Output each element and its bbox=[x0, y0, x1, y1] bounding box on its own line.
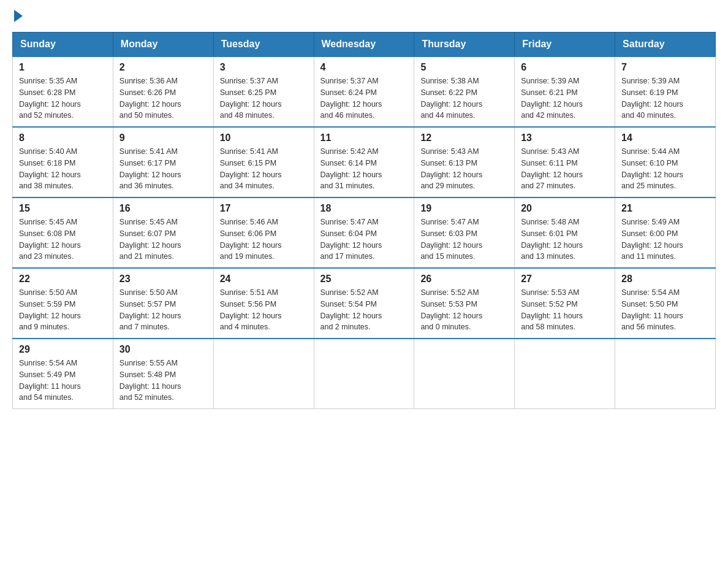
calendar-cell: 26 Sunrise: 5:52 AMSunset: 5:53 PMDaylig… bbox=[414, 268, 515, 339]
calendar-cell: 2 Sunrise: 5:36 AMSunset: 6:26 PMDayligh… bbox=[113, 56, 213, 127]
weekday-header-row: SundayMondayTuesdayWednesdayThursdayFrid… bbox=[13, 33, 716, 57]
day-info: Sunrise: 5:50 AMSunset: 5:57 PMDaylight:… bbox=[119, 287, 207, 333]
day-number: 12 bbox=[420, 132, 508, 144]
calendar-cell bbox=[314, 339, 414, 409]
calendar-cell: 27 Sunrise: 5:53 AMSunset: 5:52 PMDaylig… bbox=[515, 268, 615, 339]
weekday-header-friday: Friday bbox=[515, 33, 615, 57]
day-number: 25 bbox=[320, 274, 408, 285]
calendar-cell: 25 Sunrise: 5:52 AMSunset: 5:54 PMDaylig… bbox=[314, 268, 414, 339]
day-number: 22 bbox=[19, 274, 107, 285]
calendar-cell: 5 Sunrise: 5:38 AMSunset: 6:22 PMDayligh… bbox=[414, 56, 515, 127]
day-info: Sunrise: 5:39 AMSunset: 6:19 PMDaylight:… bbox=[621, 75, 709, 121]
logo-triangle-icon bbox=[14, 10, 23, 22]
day-info: Sunrise: 5:38 AMSunset: 6:22 PMDaylight:… bbox=[420, 75, 508, 121]
calendar-cell bbox=[615, 339, 716, 409]
calendar-cell: 16 Sunrise: 5:45 AMSunset: 6:07 PMDaylig… bbox=[113, 197, 213, 268]
day-info: Sunrise: 5:45 AMSunset: 6:07 PMDaylight:… bbox=[119, 216, 207, 262]
calendar-cell: 7 Sunrise: 5:39 AMSunset: 6:19 PMDayligh… bbox=[615, 56, 716, 127]
calendar-cell: 19 Sunrise: 5:47 AMSunset: 6:03 PMDaylig… bbox=[414, 197, 515, 268]
day-info: Sunrise: 5:39 AMSunset: 6:21 PMDaylight:… bbox=[521, 75, 609, 121]
day-info: Sunrise: 5:47 AMSunset: 6:04 PMDaylight:… bbox=[320, 216, 408, 262]
day-info: Sunrise: 5:37 AMSunset: 6:25 PMDaylight:… bbox=[220, 75, 308, 121]
calendar-cell: 12 Sunrise: 5:43 AMSunset: 6:13 PMDaylig… bbox=[414, 127, 515, 197]
day-info: Sunrise: 5:51 AMSunset: 5:56 PMDaylight:… bbox=[220, 287, 308, 333]
weekday-header-thursday: Thursday bbox=[414, 33, 515, 57]
calendar-cell: 24 Sunrise: 5:51 AMSunset: 5:56 PMDaylig… bbox=[213, 268, 314, 339]
calendar-cell: 17 Sunrise: 5:46 AMSunset: 6:06 PMDaylig… bbox=[213, 197, 314, 268]
day-number: 10 bbox=[220, 132, 308, 144]
calendar-cell: 23 Sunrise: 5:50 AMSunset: 5:57 PMDaylig… bbox=[113, 268, 213, 339]
calendar-cell: 14 Sunrise: 5:44 AMSunset: 6:10 PMDaylig… bbox=[615, 127, 716, 197]
day-number: 27 bbox=[521, 274, 609, 285]
weekday-header-tuesday: Tuesday bbox=[213, 33, 314, 57]
calendar-cell: 28 Sunrise: 5:54 AMSunset: 5:50 PMDaylig… bbox=[615, 268, 716, 339]
day-info: Sunrise: 5:36 AMSunset: 6:26 PMDaylight:… bbox=[119, 75, 207, 121]
calendar-cell: 10 Sunrise: 5:41 AMSunset: 6:15 PMDaylig… bbox=[213, 127, 314, 197]
weekday-header-wednesday: Wednesday bbox=[314, 33, 414, 57]
day-info: Sunrise: 5:35 AMSunset: 6:28 PMDaylight:… bbox=[19, 75, 107, 121]
calendar-cell bbox=[414, 339, 515, 409]
day-number: 29 bbox=[19, 344, 107, 355]
day-number: 20 bbox=[521, 203, 609, 214]
day-number: 13 bbox=[521, 132, 609, 144]
day-number: 24 bbox=[220, 274, 308, 285]
calendar-cell bbox=[515, 339, 615, 409]
day-info: Sunrise: 5:37 AMSunset: 6:24 PMDaylight:… bbox=[320, 75, 408, 121]
day-number: 4 bbox=[320, 62, 408, 73]
calendar-cell: 29 Sunrise: 5:54 AMSunset: 5:49 PMDaylig… bbox=[13, 339, 113, 409]
day-number: 16 bbox=[119, 203, 207, 214]
day-info: Sunrise: 5:41 AMSunset: 6:17 PMDaylight:… bbox=[119, 146, 207, 192]
calendar-table: SundayMondayTuesdayWednesdayThursdayFrid… bbox=[12, 32, 716, 409]
weekday-header-saturday: Saturday bbox=[615, 33, 716, 57]
calendar-cell: 11 Sunrise: 5:42 AMSunset: 6:14 PMDaylig… bbox=[314, 127, 414, 197]
calendar-cell: 4 Sunrise: 5:37 AMSunset: 6:24 PMDayligh… bbox=[314, 56, 414, 127]
day-info: Sunrise: 5:45 AMSunset: 6:08 PMDaylight:… bbox=[19, 216, 107, 262]
weekday-header-monday: Monday bbox=[113, 33, 213, 57]
calendar-week-row: 1 Sunrise: 5:35 AMSunset: 6:28 PMDayligh… bbox=[13, 56, 716, 127]
logo bbox=[12, 12, 23, 20]
calendar-cell: 3 Sunrise: 5:37 AMSunset: 6:25 PMDayligh… bbox=[213, 56, 314, 127]
calendar-cell: 21 Sunrise: 5:49 AMSunset: 6:00 PMDaylig… bbox=[615, 197, 716, 268]
day-number: 18 bbox=[320, 203, 408, 214]
day-number: 15 bbox=[19, 203, 107, 214]
calendar-week-row: 8 Sunrise: 5:40 AMSunset: 6:18 PMDayligh… bbox=[13, 127, 716, 197]
day-number: 3 bbox=[220, 62, 308, 73]
calendar-cell: 1 Sunrise: 5:35 AMSunset: 6:28 PMDayligh… bbox=[13, 56, 113, 127]
day-info: Sunrise: 5:47 AMSunset: 6:03 PMDaylight:… bbox=[420, 216, 508, 262]
day-info: Sunrise: 5:41 AMSunset: 6:15 PMDaylight:… bbox=[220, 146, 308, 192]
calendar-cell bbox=[213, 339, 314, 409]
day-number: 8 bbox=[19, 132, 107, 144]
calendar-cell: 8 Sunrise: 5:40 AMSunset: 6:18 PMDayligh… bbox=[13, 127, 113, 197]
weekday-header-sunday: Sunday bbox=[13, 33, 113, 57]
day-number: 17 bbox=[220, 203, 308, 214]
calendar-week-row: 22 Sunrise: 5:50 AMSunset: 5:59 PMDaylig… bbox=[13, 268, 716, 339]
day-info: Sunrise: 5:54 AMSunset: 5:49 PMDaylight:… bbox=[19, 358, 107, 404]
day-info: Sunrise: 5:55 AMSunset: 5:48 PMDaylight:… bbox=[119, 358, 207, 404]
calendar-cell: 18 Sunrise: 5:47 AMSunset: 6:04 PMDaylig… bbox=[314, 197, 414, 268]
day-info: Sunrise: 5:50 AMSunset: 5:59 PMDaylight:… bbox=[19, 287, 107, 333]
day-info: Sunrise: 5:52 AMSunset: 5:54 PMDaylight:… bbox=[320, 287, 408, 333]
calendar-cell: 13 Sunrise: 5:43 AMSunset: 6:11 PMDaylig… bbox=[515, 127, 615, 197]
day-info: Sunrise: 5:44 AMSunset: 6:10 PMDaylight:… bbox=[621, 146, 709, 192]
day-number: 7 bbox=[621, 62, 709, 73]
day-info: Sunrise: 5:46 AMSunset: 6:06 PMDaylight:… bbox=[220, 216, 308, 262]
day-number: 1 bbox=[19, 62, 107, 73]
calendar-cell: 9 Sunrise: 5:41 AMSunset: 6:17 PMDayligh… bbox=[113, 127, 213, 197]
day-number: 19 bbox=[420, 203, 508, 214]
day-number: 6 bbox=[521, 62, 609, 73]
day-info: Sunrise: 5:43 AMSunset: 6:11 PMDaylight:… bbox=[521, 146, 609, 192]
calendar-week-row: 29 Sunrise: 5:54 AMSunset: 5:49 PMDaylig… bbox=[13, 339, 716, 409]
day-number: 21 bbox=[621, 203, 709, 214]
calendar-week-row: 15 Sunrise: 5:45 AMSunset: 6:08 PMDaylig… bbox=[13, 197, 716, 268]
day-number: 14 bbox=[621, 132, 709, 144]
day-number: 23 bbox=[119, 274, 207, 285]
page-header bbox=[12, 12, 716, 20]
calendar-cell: 6 Sunrise: 5:39 AMSunset: 6:21 PMDayligh… bbox=[515, 56, 615, 127]
day-info: Sunrise: 5:42 AMSunset: 6:14 PMDaylight:… bbox=[320, 146, 408, 192]
day-number: 28 bbox=[621, 274, 709, 285]
day-info: Sunrise: 5:54 AMSunset: 5:50 PMDaylight:… bbox=[621, 287, 709, 333]
day-info: Sunrise: 5:43 AMSunset: 6:13 PMDaylight:… bbox=[420, 146, 508, 192]
day-info: Sunrise: 5:52 AMSunset: 5:53 PMDaylight:… bbox=[420, 287, 508, 333]
calendar-cell: 30 Sunrise: 5:55 AMSunset: 5:48 PMDaylig… bbox=[113, 339, 213, 409]
day-number: 9 bbox=[119, 132, 207, 144]
